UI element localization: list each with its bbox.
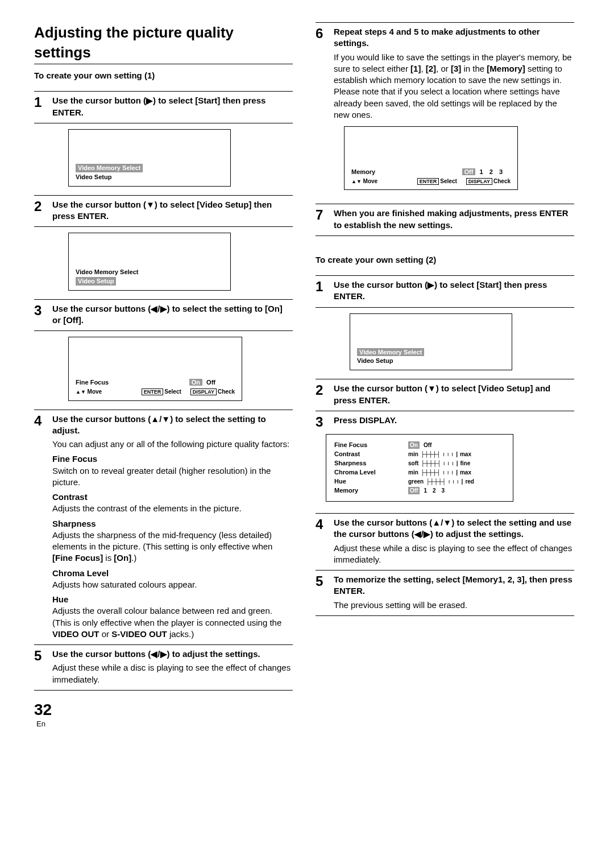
step-num: 7 <box>316 208 334 222</box>
step-2b: 2 Use the cursor button (▼) to select [V… <box>316 379 574 411</box>
step-6: 6 Repeat steps 4 and 5 to make adjustmen… <box>316 22 574 204</box>
step-2: 2 Use the cursor button (▼) to select [V… <box>34 195 293 228</box>
step-num: 2 <box>316 383 334 398</box>
figure-vms-1: Video Memory Select Video Setup <box>68 129 231 187</box>
step-4b: 4 Use the cursor buttons (▲/▼) to select… <box>316 513 574 571</box>
section2-heading: To create your own setting (2) <box>316 254 574 266</box>
fig-display: DISPLAY <box>190 388 217 395</box>
page-lang: En <box>36 720 45 728</box>
fig-n1: 1 <box>478 168 486 175</box>
step-lead: Use the cursor buttons (◀/▶) to select t… <box>52 304 283 325</box>
step-note: Adjust these while a disc is playing to … <box>52 662 293 685</box>
step-num: 4 <box>316 517 334 532</box>
step-lead: Use the cursor button (▼) to select [Vid… <box>52 200 272 221</box>
param-name: Sharpness <box>52 518 293 530</box>
step-num: 4 <box>34 414 52 428</box>
step-num: 6 <box>316 26 334 41</box>
param-desc: Adjusts the overall colour balance betwe… <box>52 605 293 640</box>
step-num: 3 <box>34 303 52 318</box>
page-title: Adjusting the picture quality settings <box>34 23 293 64</box>
step-5: 5 Use the cursor buttons (◀/▶) to adjust… <box>34 644 293 691</box>
fig-line-highlight: Video Setup <box>76 277 116 286</box>
fig-enter: ENTER <box>417 178 439 185</box>
step-num: 1 <box>34 95 52 110</box>
step-1: 1 Use the cursor button (▶) to select [S… <box>34 91 293 123</box>
step-text: If you would like to save the settings i… <box>334 52 574 121</box>
fig-n2: 2 <box>487 168 495 175</box>
figure-memory: Memory Off 1 2 3 ▲▼ Move ENTERSelect DIS… <box>344 126 518 190</box>
step-lead: Use the cursor button (▶) to select [Sta… <box>334 280 547 301</box>
right-column: 6 Repeat steps 4 and 5 to make adjustmen… <box>316 23 574 691</box>
fig-check: Check <box>218 388 235 395</box>
section1-heading: To create your own setting (1) <box>34 70 293 81</box>
param-name: Fine Focus <box>52 453 293 465</box>
fig-check: Check <box>493 178 511 184</box>
step-5b: 5 To memorize the setting, select [Memor… <box>316 570 574 616</box>
step-1b: 1 Use the cursor button (▶) to select [S… <box>316 275 574 308</box>
fig-off: Off <box>204 379 218 386</box>
step-note: Adjust these while a disc is playing to … <box>334 543 574 566</box>
figure-all-params: Fine Focus OnOff Contrast min├┼┼┼┤ı ı ı … <box>326 434 513 502</box>
fig-move: Move <box>88 388 102 395</box>
param-desc: Adjusts the sharpness of the mid-frequen… <box>52 530 293 564</box>
updown-icon: ▲▼ <box>76 389 86 395</box>
param-desc: Adjusts the contrast of the elements in … <box>52 503 293 514</box>
fig-move: Move <box>363 178 378 184</box>
param-desc: Switch on to reveal greater detail (high… <box>52 465 293 489</box>
frow-label: Fine Focus <box>334 441 385 449</box>
step-lead: Press DISPLAY. <box>334 415 397 425</box>
frow-label: Contrast <box>334 450 385 458</box>
frow-label: Sharpness <box>334 459 385 468</box>
step-num: 3 <box>316 415 334 429</box>
fig-line: Video Setup <box>357 357 505 365</box>
fig-enter: ENTER <box>142 388 164 395</box>
step-num: 5 <box>34 648 52 663</box>
frow-label: Hue <box>334 477 385 486</box>
step-lead: Use the cursor button (▼) to select [Vid… <box>334 383 550 404</box>
param-desc: Adjusts how saturated colours appear. <box>52 579 293 590</box>
step-lead: When you are finished making adjustments… <box>334 208 569 229</box>
step-lead: To memorize the setting, select [Memory1… <box>334 574 572 596</box>
step-lead: Repeat steps 4 and 5 to make adjustments… <box>334 27 540 48</box>
page-footer: 32 En <box>34 702 580 730</box>
step-4: 4 Use the cursor buttons (▲/▼) to select… <box>34 410 293 646</box>
figure-vms-2: Video Memory Select Video Setup <box>68 233 231 291</box>
frow-label: Chroma Level <box>334 468 385 477</box>
step-num: 5 <box>316 574 334 589</box>
updown-icon: ▲▼ <box>351 179 362 184</box>
step-7: 7 When you are finished making adjustmen… <box>316 204 574 236</box>
frow-label: Memory <box>334 486 385 495</box>
step-num: 2 <box>34 199 52 214</box>
page-number: 32 <box>34 701 52 718</box>
fig-line-highlight: Video Memory Select <box>357 348 424 357</box>
figure-finefocus: Fine Focus On Off ▲▼ Move ENTERSelect DI… <box>68 337 242 400</box>
step-lead: Use the cursor buttons (▲/▼) to select t… <box>52 414 266 435</box>
fig-line-highlight: Video Memory Select <box>76 164 143 172</box>
fig-off: Off <box>462 168 476 175</box>
fig-display: DISPLAY <box>466 178 492 185</box>
step-lead: Use the cursor buttons (▲/▼) to select t… <box>334 518 571 539</box>
fig-param: Fine Focus <box>76 378 109 387</box>
fig-select: Select <box>440 178 457 184</box>
step-lead: Use the cursor button (▶) to select [Sta… <box>52 96 265 117</box>
param-name: Contrast <box>52 491 293 503</box>
step-lead: Use the cursor buttons (◀/▶) to adjust t… <box>52 649 260 659</box>
fig-on: On <box>189 379 202 386</box>
figure-vms-3: Video Memory Select Video Setup <box>350 313 512 371</box>
step-intro: You can adjust any or all of the followi… <box>52 439 293 450</box>
fig-n3: 3 <box>497 168 505 175</box>
left-column: Adjusting the picture quality settings T… <box>34 23 293 691</box>
param-name: Hue <box>52 594 293 605</box>
step-3: 3 Use the cursor buttons (◀/▶) to select… <box>34 299 293 332</box>
fig-line: Video Setup <box>76 173 223 181</box>
param-name: Chroma Level <box>52 568 293 579</box>
fig-param: Memory <box>351 168 375 176</box>
fig-select: Select <box>164 388 181 395</box>
step-3b: 3 Press DISPLAY. Fine Focus OnOff Contra… <box>316 411 574 514</box>
step-note: The previous setting will be erased. <box>334 600 574 611</box>
fig-line: Video Memory Select <box>76 268 223 276</box>
step-num: 1 <box>316 279 334 294</box>
